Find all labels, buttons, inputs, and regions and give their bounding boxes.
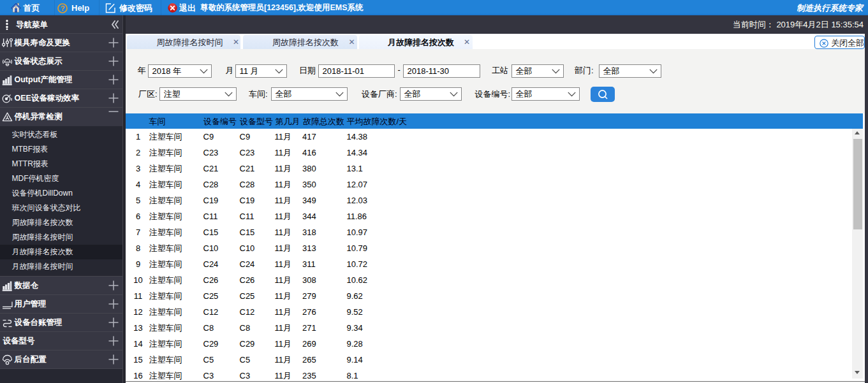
- svg-text:?: ?: [61, 4, 65, 11]
